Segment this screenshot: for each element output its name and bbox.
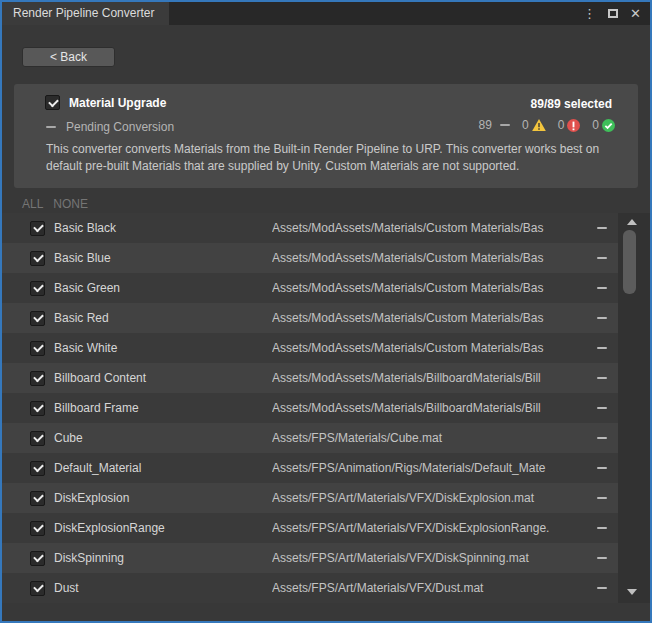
scroll-down-icon[interactable]: [627, 589, 637, 595]
item-checkbox[interactable]: [30, 221, 45, 236]
item-status-dash-icon: [597, 527, 607, 529]
table-row: Cube Assets/FPS/Materials/Cube.mat: [2, 423, 618, 453]
scroll-up-icon[interactable]: [627, 219, 637, 225]
warning-count: 0: [522, 118, 529, 132]
render-pipeline-converter-window: Render Pipeline Converter ⋮ ✕ < Back Mat…: [0, 0, 652, 623]
item-checkbox[interactable]: [30, 431, 45, 446]
status-counts: 89 0 0 0: [479, 118, 615, 132]
table-row: Basic Red Assets/ModAssets/Materials/Cus…: [2, 303, 618, 333]
item-name: Cube: [54, 431, 272, 445]
item-checkbox[interactable]: [30, 311, 45, 326]
item-status-dash-icon: [597, 437, 607, 439]
item-name: Dust: [54, 581, 272, 595]
converter-name: Material Upgrade: [69, 96, 166, 110]
item-status-dash-icon: [597, 587, 607, 589]
item-path: Assets/ModAssets/Materials/Custom Materi…: [272, 311, 591, 325]
table-row: DiskExplosion Assets/FPS/Art/Materials/V…: [2, 483, 618, 513]
table-row: Basic Green Assets/ModAssets/Materials/C…: [2, 273, 618, 303]
item-checkbox[interactable]: [30, 491, 45, 506]
item-path: Assets/ModAssets/Materials/Custom Materi…: [272, 281, 591, 295]
item-path: Assets/FPS/Materials/Cube.mat: [272, 431, 591, 445]
item-path: Assets/FPS/Animation/Rigs/Materials/Defa…: [272, 461, 591, 475]
window-title: Render Pipeline Converter: [13, 6, 154, 20]
window-controls: ⋮ ✕: [583, 2, 641, 25]
item-checkbox[interactable]: [30, 581, 45, 596]
error-icon: [567, 119, 580, 132]
item-name: Basic Blue: [54, 251, 272, 265]
item-name: Basic Green: [54, 281, 272, 295]
table-row: Billboard Frame Assets/ModAssets/Materia…: [2, 393, 618, 423]
item-status-dash-icon: [597, 347, 607, 349]
scrollbar[interactable]: [618, 213, 650, 603]
item-path: Assets/FPS/Art/Materials/VFX/DiskSpinnin…: [272, 551, 591, 565]
item-path: Assets/FPS/Art/Materials/VFX/DiskExplosi…: [272, 521, 591, 535]
pending-count: 89: [479, 118, 492, 132]
title-bar: Render Pipeline Converter ⋮ ✕: [2, 2, 650, 25]
item-name: Basic White: [54, 341, 272, 355]
item-status-dash-icon: [597, 557, 607, 559]
item-path: Assets/ModAssets/Materials/BillboardMate…: [272, 371, 591, 385]
table-row: Basic Black Assets/ModAssets/Materials/C…: [2, 213, 618, 243]
success-count: 0: [592, 118, 599, 132]
selected-count: 89/89 selected: [531, 97, 612, 111]
item-status-dash-icon: [597, 257, 607, 259]
item-path: Assets/ModAssets/Materials/Custom Materi…: [272, 341, 591, 355]
item-checkbox[interactable]: [30, 461, 45, 476]
converter-description: This converter converts Materials from t…: [46, 141, 614, 175]
back-button[interactable]: < Back: [22, 47, 115, 67]
converter-checkbox[interactable]: [45, 95, 60, 110]
item-checkbox[interactable]: [30, 401, 45, 416]
table-row: DiskSpinning Assets/FPS/Art/Materials/VF…: [2, 543, 618, 573]
item-name: Billboard Content: [54, 371, 272, 385]
materials-list: Basic Black Assets/ModAssets/Materials/C…: [2, 213, 618, 603]
item-path: Assets/FPS/Art/Materials/VFX/Dust.mat: [272, 581, 591, 595]
item-status-dash-icon: [597, 287, 607, 289]
item-path: Assets/ModAssets/Materials/Custom Materi…: [272, 251, 591, 265]
error-count: 0: [558, 118, 565, 132]
item-name: DiskExplosion: [54, 491, 272, 505]
item-path: Assets/ModAssets/Materials/Custom Materi…: [272, 221, 591, 235]
close-icon[interactable]: ✕: [630, 7, 641, 20]
pending-count-dash-icon: [500, 124, 510, 126]
tab-render-pipeline-converter[interactable]: Render Pipeline Converter: [2, 2, 169, 25]
item-name: Basic Red: [54, 311, 272, 325]
warning-icon: [532, 119, 546, 131]
item-checkbox[interactable]: [30, 341, 45, 356]
table-row: Billboard Content Assets/ModAssets/Mater…: [2, 363, 618, 393]
item-path: Assets/FPS/Art/Materials/VFX/DiskExplosi…: [272, 491, 591, 505]
item-name: DiskExplosionRange: [54, 521, 272, 535]
pending-dash-icon: [46, 126, 56, 128]
scrollbar-thumb[interactable]: [623, 230, 636, 294]
item-status-dash-icon: [597, 467, 607, 469]
item-name: Basic Black: [54, 221, 272, 235]
item-status-dash-icon: [597, 497, 607, 499]
item-checkbox[interactable]: [30, 281, 45, 296]
item-status-dash-icon: [597, 317, 607, 319]
item-checkbox[interactable]: [30, 371, 45, 386]
maximize-icon[interactable]: [608, 9, 618, 18]
item-checkbox[interactable]: [30, 251, 45, 266]
table-row: Basic White Assets/ModAssets/Materials/C…: [2, 333, 618, 363]
item-name: Billboard Frame: [54, 401, 272, 415]
item-path: Assets/ModAssets/Materials/BillboardMate…: [272, 401, 591, 415]
item-status-dash-icon: [597, 227, 607, 229]
item-status-dash-icon: [597, 377, 607, 379]
table-row: Default_Material Assets/FPS/Animation/Ri…: [2, 453, 618, 483]
select-none-button[interactable]: NONE: [53, 197, 88, 211]
item-checkbox[interactable]: [30, 521, 45, 536]
table-row: DiskExplosionRange Assets/FPS/Art/Materi…: [2, 513, 618, 543]
item-status-dash-icon: [597, 407, 607, 409]
item-name: Default_Material: [54, 461, 272, 475]
item-checkbox[interactable]: [30, 551, 45, 566]
select-all-button[interactable]: ALL: [22, 197, 43, 211]
pending-conversion-label: Pending Conversion: [66, 120, 174, 134]
table-row: Basic Blue Assets/ModAssets/Materials/Cu…: [2, 243, 618, 273]
table-row: Dust Assets/FPS/Art/Materials/VFX/Dust.m…: [2, 573, 618, 603]
success-icon: [602, 119, 615, 132]
converter-panel: Material Upgrade 89/89 selected Pending …: [14, 84, 638, 188]
item-name: DiskSpinning: [54, 551, 272, 565]
kebab-menu-icon[interactable]: ⋮: [583, 7, 596, 20]
